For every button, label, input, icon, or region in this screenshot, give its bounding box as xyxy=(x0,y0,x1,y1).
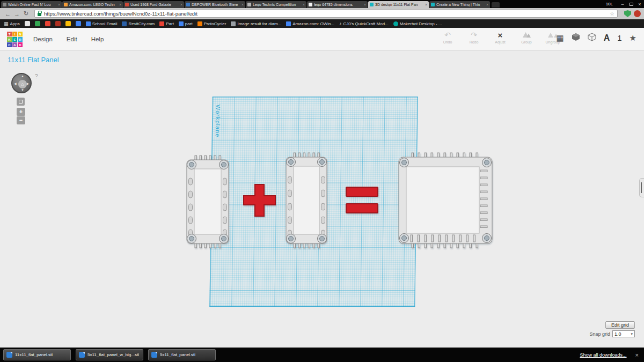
stl-file-icon xyxy=(151,352,157,358)
help-icon[interactable]: ? xyxy=(35,73,38,79)
forward-button[interactable]: → xyxy=(12,11,21,17)
minimize-button[interactable]: – xyxy=(618,1,627,8)
home-view-button[interactable]: ⌂ xyxy=(18,80,27,88)
tab-close-icon[interactable]: × xyxy=(241,3,244,6)
bookmark-label: Amazon.com: OWin... xyxy=(292,21,334,26)
download-shelf: 11x11_flat_panel.stl 5x11_flat_panel_w_b… xyxy=(0,348,644,362)
apps-shortcut[interactable]: ▦ Apps xyxy=(4,21,20,26)
browser-tab-8[interactable]: Create a New Thing | Thin × xyxy=(429,1,490,8)
bookmark-favicon[interactable] xyxy=(55,21,61,26)
stl-file-icon xyxy=(79,352,85,358)
redo-button[interactable]: ↷ Redo xyxy=(464,31,484,44)
bookmark-item[interactable]: part xyxy=(179,21,193,26)
tab-label: Lego Technic Competition xyxy=(253,3,302,6)
tinkercad-logo[interactable]: T I N K E R C A D xyxy=(7,32,23,47)
bookmark-item[interactable]: Image result for diam... xyxy=(231,21,281,26)
download-item[interactable]: 5x11_flat_panel_w_big...stl xyxy=(76,349,143,360)
symbols-icon[interactable]: ★ xyxy=(630,33,636,43)
bookmark-item[interactable]: School Email xyxy=(86,21,118,26)
stl-file-icon xyxy=(6,352,12,358)
bookmark-favicon[interactable] xyxy=(45,21,50,26)
chevron-down-icon: ▾ xyxy=(631,332,633,336)
bookmark-item[interactable]: Amazon.com: OWin... xyxy=(286,21,334,26)
maximize-button[interactable] xyxy=(627,1,635,8)
bookmark-item[interactable]: RevitCity.com xyxy=(122,21,155,26)
close-shelf-icon[interactable]: × xyxy=(635,352,639,358)
show-all-downloads-link[interactable]: Show all downloads... xyxy=(580,352,627,358)
download-item[interactable]: 11x11_flat_panel.stl xyxy=(3,349,71,360)
tab-favicon xyxy=(64,3,68,6)
bookmark-favicon[interactable] xyxy=(65,21,71,26)
orbit-control[interactable]: ▲ ▼ ◀ ▶ ⌂ xyxy=(11,73,32,93)
flat-panel-left[interactable] xyxy=(183,154,232,249)
snap-grid-select[interactable]: 1.0 ▾ xyxy=(612,330,635,337)
fit-view-button[interactable] xyxy=(17,98,25,106)
close-button[interactable]: × xyxy=(635,1,644,8)
bookmark-item[interactable]: Makerbot Desktop - ... xyxy=(393,21,442,26)
music-note-icon: ♪ xyxy=(339,21,342,26)
tab-label: Create a New Thing | Thin xyxy=(436,3,485,6)
browser-tab-6[interactable]: lego 64785 dimensions × xyxy=(307,1,368,8)
menu-edit[interactable]: Edit xyxy=(67,36,77,42)
extension-icon[interactable] xyxy=(634,10,641,17)
bookmark-favicon xyxy=(286,21,291,26)
group-button[interactable]: Group xyxy=(517,31,536,44)
home-icon: ⌂ xyxy=(21,82,24,87)
tab-close-icon[interactable]: × xyxy=(364,3,366,6)
tinkercad-header: T I N K E R C A D Design Edit Help ↶ Und… xyxy=(0,28,644,51)
menu-design[interactable]: Design xyxy=(33,36,53,42)
shape-panel-icons: ▦ A 1 ★ xyxy=(556,33,636,43)
numbers-icon[interactable]: 1 xyxy=(617,33,621,42)
bookmark-favicon[interactable] xyxy=(25,21,30,26)
tab-label: lego 64785 dimensions xyxy=(314,3,363,6)
browser-tab-5[interactable]: Lego Technic Competition × xyxy=(246,1,306,8)
solid-shapes-icon[interactable] xyxy=(572,33,580,43)
redo-icon: ↷ xyxy=(471,31,477,40)
reload-button[interactable]: ↻ xyxy=(21,10,31,17)
zoom-out-button[interactable]: − xyxy=(17,116,25,124)
flat-panel-middle[interactable] xyxy=(283,152,330,249)
bookmark-item[interactable]: Part xyxy=(159,21,174,26)
browser-tab-active[interactable]: 3D design 11x11 Flat Pan × xyxy=(368,1,429,8)
group-icon xyxy=(522,31,532,40)
bookmark-item[interactable]: ProtoCycler xyxy=(197,21,226,26)
url-input[interactable]: https://www.tinkercad.com/things/buewlNc… xyxy=(34,10,618,18)
bookmark-favicon[interactable] xyxy=(76,21,81,26)
browser-tab-3[interactable]: Used 1968 Ford Galaxie × xyxy=(123,1,184,8)
rotate-down-icon[interactable]: ▼ xyxy=(21,88,24,92)
rotate-left-icon[interactable]: ◀ xyxy=(14,82,17,85)
hole-shapes-icon[interactable] xyxy=(588,33,596,43)
menu-help[interactable]: Help xyxy=(91,36,104,42)
tab-strip: Watch Online Fast N' Lou × Amazon.com: L… xyxy=(0,0,644,8)
letters-icon[interactable]: A xyxy=(604,33,610,43)
design-canvas[interactable]: 11x11 Flat Panel ▲ ▼ ◀ ▶ ⌂ ? + − Workpla… xyxy=(0,51,644,348)
tab-close-icon[interactable]: × xyxy=(486,3,488,6)
rotate-up-icon[interactable]: ▲ xyxy=(21,75,24,78)
download-item[interactable]: 5x11_flat_panel.stl xyxy=(148,349,216,360)
tab-close-icon[interactable]: × xyxy=(425,3,427,6)
browser-tab-1[interactable]: Watch Online Fast N' Lou × xyxy=(1,1,62,8)
adblock-shield-icon[interactable] xyxy=(624,10,631,17)
edit-grid-button[interactable]: Edit grid xyxy=(605,321,635,329)
bookmark-favicon xyxy=(159,21,164,26)
bookmark-star-icon[interactable]: ☆ xyxy=(610,11,614,17)
side-panel-handle[interactable] xyxy=(639,178,644,197)
new-tab-button[interactable] xyxy=(492,2,500,8)
tab-close-icon[interactable]: × xyxy=(119,3,121,6)
shape-generators-icon[interactable]: ▦ xyxy=(556,34,564,42)
tab-close-icon[interactable]: × xyxy=(180,3,182,6)
rotate-right-icon[interactable]: ▶ xyxy=(26,82,29,85)
bookmark-favicon[interactable] xyxy=(35,21,40,26)
browser-tab-2[interactable]: Amazon.com: LEGO Techn × xyxy=(62,1,123,8)
undo-button[interactable]: ↶ Undo xyxy=(438,31,457,44)
adjust-button[interactable]: × Adjust xyxy=(491,31,510,44)
flat-panel-result[interactable] xyxy=(396,152,495,249)
back-button[interactable]: ← xyxy=(3,11,12,17)
bookmark-item[interactable]: ♪ CJ0's QuickCraft Mod... xyxy=(339,21,389,26)
browser-tab-4[interactable]: DBPOWER Bluetooth Stere × xyxy=(185,1,245,8)
tab-close-icon[interactable]: × xyxy=(58,3,60,6)
zoom-in-button[interactable]: + xyxy=(17,108,25,116)
tab-close-icon[interactable]: × xyxy=(303,3,305,6)
https-lock-icon xyxy=(38,13,41,16)
bookmark-label: part xyxy=(185,21,193,26)
